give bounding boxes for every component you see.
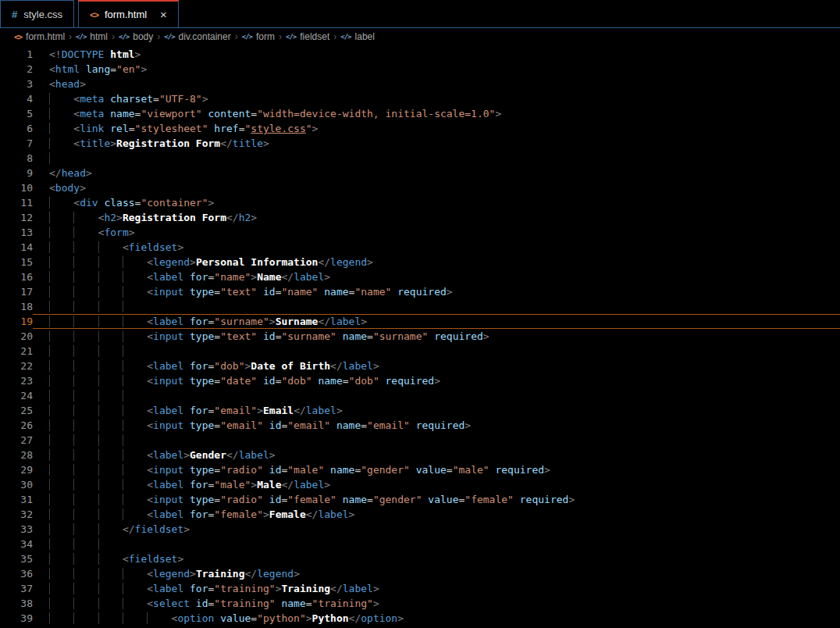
breadcrumb-item[interactable]: </>div.container (164, 31, 230, 42)
code-line[interactable]: 3<head> (0, 77, 840, 91)
line-number: 26 (0, 418, 33, 433)
code-line[interactable]: 18 (0, 299, 840, 314)
code-line[interactable]: 17 <input type="text" id="name" name="na… (0, 284, 840, 299)
code-line[interactable]: 6 <link rel="stylesheet" href="style.css… (0, 121, 840, 136)
code-line-content: <html lang="en"> (33, 62, 840, 77)
code-line[interactable]: 10<body> (0, 180, 840, 195)
code-line[interactable]: 38 <select id="training" name="training"… (0, 596, 840, 611)
code-line-content: <title>Registration Form</title> (33, 136, 840, 151)
code-line-content (33, 537, 840, 551)
html-file-icon: <> (90, 10, 98, 20)
code-line[interactable]: 33 </fieldset> (0, 522, 840, 537)
code-line[interactable]: 8 (0, 151, 840, 166)
code-line-content: <meta name="viewport" content="width=dev… (33, 106, 840, 121)
line-number: 23 (0, 373, 33, 388)
code-line[interactable]: 24 (0, 388, 840, 403)
code-line[interactable]: 5 <meta name="viewport" content="width=d… (0, 106, 840, 121)
line-number: 11 (0, 195, 33, 210)
line-number: 9 (0, 166, 33, 180)
code-line[interactable]: 26 <input type="email" id="email" name="… (0, 418, 840, 433)
breadcrumb-label: div.container (179, 31, 231, 42)
code-line[interactable]: 36 <legend>Training</legend> (0, 566, 840, 581)
code-line[interactable]: 11 <div class="container"> (0, 195, 840, 210)
code-line[interactable]: 21 (0, 344, 840, 359)
code-line[interactable]: 25 <label for="email">Email</label> (0, 403, 840, 418)
code-line[interactable]: 7 <title>Registration Form</title> (0, 136, 840, 151)
line-number: 1 (0, 47, 33, 62)
code-line[interactable]: 2<html lang="en"> (0, 62, 840, 77)
code-line-content: <label for="dob">Date of Birth</label> (33, 359, 840, 373)
line-number: 20 (0, 329, 33, 344)
line-number: 21 (0, 344, 33, 359)
breadcrumb-item[interactable]: </>fieldset (286, 31, 329, 42)
breadcrumb-item[interactable]: <>form.html (14, 31, 65, 42)
code-line-content: <!DOCTYPE html> (33, 47, 840, 62)
tab-form-html[interactable]: <>form.html× (78, 0, 179, 27)
code-line-content (33, 344, 840, 359)
breadcrumb: <>form.html›</>html›</>body›</>div.conta… (0, 28, 840, 45)
chevron-right-icon: › (157, 31, 160, 42)
tab-style-css[interactable]: #style.css (0, 0, 74, 27)
code-line-content: <div class="container"> (33, 195, 840, 210)
code-line-content: <input type="email" id="email" name="ema… (33, 418, 840, 433)
code-line-content: <label>Gender</label> (33, 448, 840, 462)
code-line[interactable]: 37 <label for="training">Training</label… (0, 581, 840, 596)
code-line-content: <input type="radio" id="female" name="ge… (33, 492, 840, 507)
code-line[interactable]: 34 (0, 537, 840, 551)
code-line-content: <select id="training" name="training"> (33, 596, 840, 611)
line-number: 39 (0, 611, 33, 626)
code-line[interactable]: 13 <form> (0, 225, 840, 240)
line-number: 12 (0, 210, 33, 225)
code-line-content: </fieldset> (33, 522, 840, 537)
breadcrumb-item[interactable]: </>body (119, 31, 153, 42)
breadcrumb-label: form.html (26, 31, 65, 42)
code-line[interactable]: 19 <label for="surname">Surname</label> (0, 314, 840, 329)
chevron-right-icon: › (235, 31, 238, 42)
code-line[interactable]: 35 <fieldset> (0, 551, 840, 566)
code-line[interactable]: 4 <meta charset="UTF-8"> (0, 91, 840, 106)
line-number: 38 (0, 596, 33, 611)
code-line-content: <option value="python">Python</option> (33, 611, 840, 626)
line-number: 37 (0, 581, 33, 596)
code-area[interactable]: 1<!DOCTYPE html>2<html lang="en">3<head>… (0, 45, 840, 628)
code-line[interactable]: 20 <input type="text" id="surname" name=… (0, 329, 840, 344)
code-line[interactable]: 1<!DOCTYPE html> (0, 47, 840, 62)
line-number: 36 (0, 566, 33, 581)
breadcrumb-item[interactable]: </>form (242, 31, 275, 42)
code-line[interactable]: 16 <label for="name">Name</label> (0, 269, 840, 284)
line-number: 6 (0, 121, 33, 136)
element-symbol-icon: </> (119, 33, 129, 41)
code-line[interactable]: 32 <label for="female">Female</label> (0, 507, 840, 522)
code-line-content: <label for="male">Male</label> (33, 477, 840, 492)
line-number: 28 (0, 448, 33, 462)
code-line-content: <link rel="stylesheet" href="style.css"> (33, 121, 840, 136)
code-line[interactable]: 31 <input type="radio" id="female" name=… (0, 492, 840, 507)
breadcrumb-label: form (256, 31, 275, 42)
code-line[interactable]: 39 <option value="python">Python</option… (0, 611, 840, 626)
line-number: 4 (0, 91, 33, 106)
code-line[interactable]: 9</head> (0, 166, 840, 180)
breadcrumb-item[interactable]: </>label (340, 31, 375, 42)
code-line[interactable]: 30 <label for="male">Male</label> (0, 477, 840, 492)
element-symbol-icon: </> (76, 33, 86, 41)
code-line[interactable]: 12 <h2>Registration Form</h2> (0, 210, 840, 225)
line-number: 33 (0, 522, 33, 537)
code-line[interactable]: 15 <legend>Personal Information</legend> (0, 255, 840, 269)
breadcrumb-item[interactable]: </>html (76, 31, 108, 42)
line-number: 34 (0, 537, 33, 551)
line-number: 27 (0, 433, 33, 448)
close-icon[interactable]: × (160, 9, 167, 20)
code-line[interactable]: 29 <input type="radio" id="male" name="g… (0, 462, 840, 477)
code-line-content: <input type="date" id="dob" name="dob" r… (33, 373, 840, 388)
code-editor-window: #style.css<>form.html× <>form.html›</>ht… (0, 0, 840, 628)
element-symbol-icon: </> (164, 33, 174, 41)
html-file-icon: <> (14, 33, 22, 41)
code-line-content: <input type="radio" id="male" name="gend… (33, 462, 840, 477)
code-line[interactable]: 27 (0, 433, 840, 448)
line-number: 22 (0, 359, 33, 373)
code-line-content: <label for="female">Female</label> (33, 507, 840, 522)
code-line[interactable]: 14 <fieldset> (0, 240, 840, 255)
code-line[interactable]: 28 <label>Gender</label> (0, 448, 840, 462)
code-line[interactable]: 23 <input type="date" id="dob" name="dob… (0, 373, 840, 388)
code-line[interactable]: 22 <label for="dob">Date of Birth</label… (0, 359, 840, 373)
